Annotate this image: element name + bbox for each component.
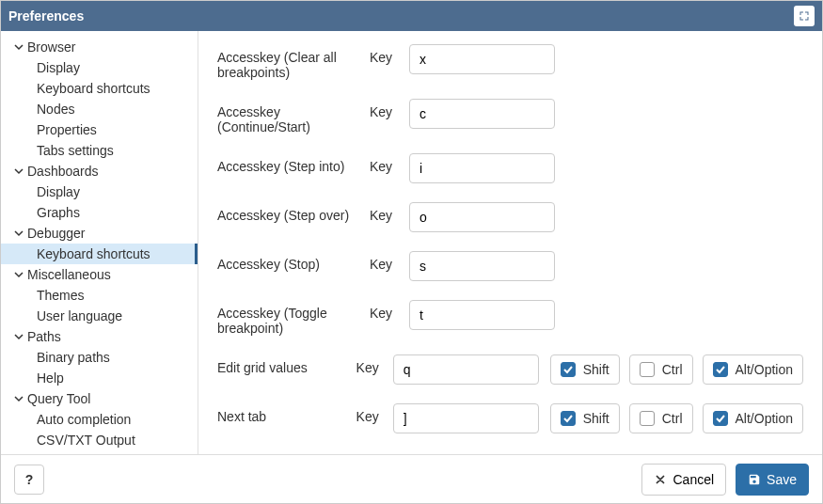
modifier-label: Alt/Option: [736, 411, 793, 426]
chevron-down-icon: [12, 394, 25, 403]
tree-group: DashboardsDisplayGraphs: [1, 161, 198, 223]
tree-group-label: Query Tool: [27, 391, 90, 406]
tree-item[interactable]: User language: [1, 306, 198, 326]
row-label: Accesskey (Step over): [217, 202, 358, 223]
tree-item[interactable]: Keyboard shortcuts: [1, 244, 198, 264]
tree-group-header[interactable]: Miscellaneous: [1, 264, 198, 285]
tree-group-header[interactable]: Dashboards: [1, 161, 198, 181]
tree-item[interactable]: Help: [1, 368, 198, 388]
alt-modifier[interactable]: Alt/Option: [703, 354, 803, 385]
chevron-down-icon: [12, 228, 25, 238]
tree-group: PathsBinary pathsHelp: [1, 326, 198, 388]
key-input[interactable]: [393, 354, 539, 385]
row-label: Accesskey (Step into): [217, 153, 358, 174]
tree-group-header[interactable]: Paths: [1, 326, 198, 347]
key-label: Key: [370, 153, 398, 174]
row-label: Accesskey (Stop): [217, 251, 358, 272]
key-label: Key: [370, 99, 398, 119]
ctrl-modifier[interactable]: Ctrl: [629, 403, 693, 433]
key-input[interactable]: [409, 44, 555, 74]
key-input[interactable]: [409, 202, 555, 232]
cancel-button[interactable]: Cancel: [641, 464, 726, 496]
shift-modifier[interactable]: Shift: [550, 354, 620, 385]
modifier-label: Alt/Option: [736, 362, 793, 377]
key-input[interactable]: [409, 153, 555, 183]
tree-group-header[interactable]: Query Tool: [1, 388, 198, 409]
row-label: Accesskey (Continue/Start): [217, 99, 358, 134]
modifier-label: Shift: [583, 411, 609, 426]
save-icon: [748, 473, 761, 486]
tree-group-label: Debugger: [27, 226, 86, 241]
shortcut-row: Next tabKeyShiftCtrlAlt/Option: [217, 403, 803, 433]
row-label: Accesskey (Toggle breakpoint): [217, 300, 358, 336]
tree-group-label: Dashboards: [27, 164, 99, 179]
cancel-label: Cancel: [673, 472, 714, 487]
checkbox-icon: [561, 362, 576, 377]
key-input[interactable]: [409, 300, 555, 330]
shift-modifier[interactable]: Shift: [550, 403, 620, 433]
tree-group-label: Paths: [27, 329, 61, 344]
key-label: Key: [356, 354, 382, 375]
help-button[interactable]: ?: [14, 465, 44, 495]
shortcut-row: Accesskey (Clear all breakpoints)Key: [217, 44, 803, 80]
ctrl-modifier[interactable]: Ctrl: [629, 354, 693, 385]
modifier-label: Ctrl: [662, 362, 683, 377]
tree-group-label: Miscellaneous: [27, 267, 111, 282]
chevron-down-icon: [12, 332, 25, 341]
tree-group: BrowserDisplayKeyboard shortcutsNodesPro…: [1, 37, 198, 161]
chevron-down-icon: [12, 270, 25, 279]
modifiers: ShiftCtrlAlt/Option: [550, 354, 803, 385]
checkbox-icon: [561, 411, 576, 426]
modifier-label: Shift: [583, 362, 609, 377]
tree-item[interactable]: CSV/TXT Output: [1, 430, 198, 450]
save-button[interactable]: Save: [736, 464, 809, 496]
chevron-down-icon: [12, 166, 25, 176]
tree-item[interactable]: Binary paths: [1, 347, 198, 368]
expand-button[interactable]: [794, 6, 815, 26]
alt-modifier[interactable]: Alt/Option: [703, 403, 803, 433]
preferences-dialog: Preferences BrowserDisplayKeyboard short…: [0, 0, 823, 504]
titlebar: Preferences: [1, 1, 822, 31]
close-icon: [654, 473, 667, 486]
expand-icon: [799, 10, 810, 22]
chevron-down-icon: [12, 42, 25, 52]
tree-item[interactable]: Tabs settings: [1, 140, 198, 161]
footer: ? Cancel Save: [1, 454, 822, 503]
tree-item[interactable]: Display: [1, 181, 198, 202]
key-input[interactable]: [409, 99, 555, 129]
key-label: Key: [370, 202, 398, 223]
tree-item[interactable]: Properties: [1, 119, 198, 140]
tree-item[interactable]: Auto completion: [1, 409, 198, 430]
modifier-label: Ctrl: [662, 411, 683, 426]
shortcut-row: Accesskey (Step over)Key: [217, 202, 803, 232]
content-panel[interactable]: Accesskey (Clear all breakpoints)KeyAcce…: [198, 31, 822, 454]
dialog-title: Preferences: [8, 8, 84, 24]
tree-group: MiscellaneousThemesUser language: [1, 264, 198, 326]
tree-item[interactable]: Themes: [1, 285, 198, 306]
tree-group-header[interactable]: Debugger: [1, 223, 198, 244]
modifiers: ShiftCtrlAlt/Option: [550, 403, 803, 433]
shortcut-row: Accesskey (Stop)Key: [217, 251, 803, 281]
key-input[interactable]: [409, 251, 555, 281]
tree-item[interactable]: Keyboard shortcuts: [1, 78, 198, 99]
shortcut-row: Accesskey (Continue/Start)Key: [217, 99, 803, 134]
checkbox-icon: [640, 362, 655, 377]
tree-item[interactable]: Graphs: [1, 202, 198, 223]
shortcut-row: Edit grid valuesKeyShiftCtrlAlt/Option: [217, 354, 803, 385]
tree-item[interactable]: Display: [1, 57, 198, 78]
key-label: Key: [356, 403, 382, 424]
row-label: Edit grid values: [217, 354, 345, 375]
checkbox-icon: [640, 411, 655, 426]
tree-group-header[interactable]: Browser: [1, 37, 198, 57]
key-input[interactable]: [393, 403, 539, 433]
tree-group: Query ToolAuto completionCSV/TXT OutputD…: [1, 388, 198, 454]
tree-item[interactable]: Nodes: [1, 99, 198, 119]
row-label: Next tab: [217, 403, 345, 424]
key-label: Key: [370, 44, 398, 65]
checkbox-icon: [713, 411, 728, 426]
dialog-body: BrowserDisplayKeyboard shortcutsNodesPro…: [1, 31, 822, 454]
key-label: Key: [370, 300, 398, 321]
shortcut-row: Accesskey (Toggle breakpoint)Key: [217, 300, 803, 336]
sidebar[interactable]: BrowserDisplayKeyboard shortcutsNodesPro…: [1, 31, 198, 454]
save-label: Save: [767, 472, 797, 487]
